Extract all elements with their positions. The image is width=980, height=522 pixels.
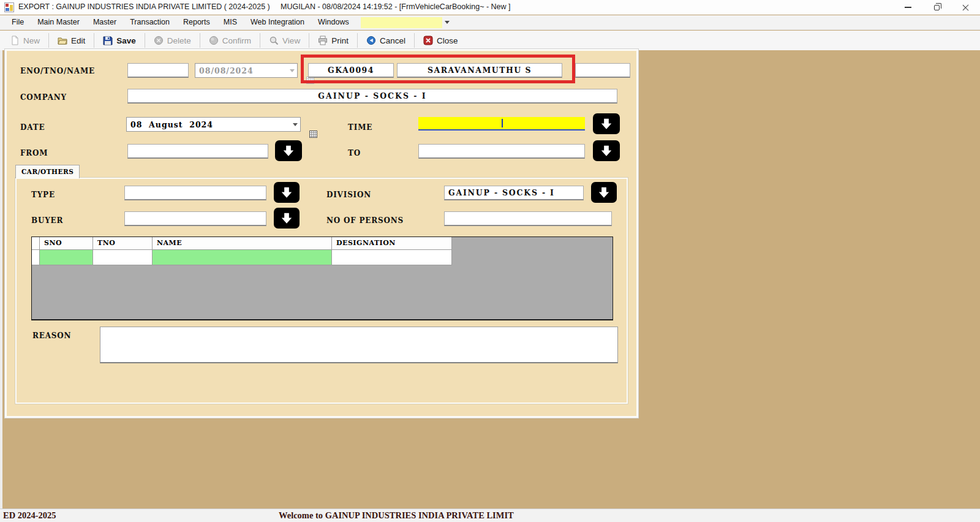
cell-designation[interactable] [332, 250, 452, 265]
to-input[interactable] [418, 144, 585, 159]
status-period: ED 2024-2025 [3, 510, 56, 521]
app-icon [4, 2, 14, 12]
tab-car-others[interactable]: CAR/OTHERS [15, 165, 80, 178]
down-arrow-icon [280, 211, 293, 225]
confirm-button[interactable]: Confirm [202, 32, 258, 48]
persons-input[interactable] [444, 211, 612, 226]
grid-header-designation[interactable]: DESIGNATION [332, 237, 452, 250]
from-dropdown-button[interactable] [275, 140, 302, 161]
window-controls [894, 0, 980, 15]
title-bar: EXPORT : GAINUP INDUSTRIES INDIA PRIVATE… [0, 0, 980, 15]
grid-header-tno[interactable]: TNO [93, 237, 153, 250]
edit-button[interactable]: Edit [50, 32, 92, 48]
application-window: EXPORT : GAINUP INDUSTRIES INDIA PRIVATE… [0, 0, 980, 522]
employee-name-input[interactable]: SARAVANAMUTHU S [397, 63, 562, 78]
down-arrow-icon [597, 186, 611, 199]
print-button[interactable]: Print [311, 32, 356, 48]
restore-button[interactable] [922, 0, 951, 15]
restore-icon [934, 5, 940, 10]
division-dropdown-button[interactable] [591, 182, 617, 203]
menu-mis[interactable]: MIS [217, 15, 244, 29]
down-arrow-icon [600, 117, 613, 130]
date-label: DATE [20, 123, 45, 132]
new-document-icon [10, 36, 20, 45]
eno-label: ENO/TNO/NAME [20, 67, 95, 75]
close-button[interactable] [951, 0, 980, 15]
dropdown-arrow-icon [290, 69, 295, 72]
employee-code-input[interactable]: GKA0094 [308, 63, 394, 78]
save-floppy-icon [103, 36, 113, 45]
toolbar: New Edit Save Delete Con [0, 31, 980, 50]
cell-tno[interactable] [93, 250, 153, 265]
from-input[interactable] [127, 144, 268, 159]
toolbar-separator [260, 33, 260, 48]
to-label: TO [348, 149, 361, 157]
edit-label: Edit [71, 36, 85, 45]
company-input[interactable]: GAINUP - SOCKS - I [127, 89, 617, 104]
menu-file[interactable]: File [5, 15, 31, 29]
confirm-label: Confirm [222, 36, 251, 45]
close-form-button[interactable]: Close [416, 32, 466, 48]
eno-date-picker[interactable]: 08/08/2024 [195, 63, 298, 78]
type-input[interactable] [124, 186, 266, 200]
view-magnifier-icon [269, 36, 279, 45]
menu-transaction[interactable]: Transaction [123, 15, 176, 29]
time-dropdown-button[interactable] [593, 113, 620, 134]
division-input[interactable]: GAINUP - SOCKS - I [444, 186, 584, 200]
delete-label: Delete [167, 36, 191, 45]
print-icon [318, 36, 328, 45]
down-arrow-icon [600, 144, 613, 157]
save-label: Save [116, 36, 136, 45]
cell-name[interactable] [153, 250, 332, 265]
grid-header-name[interactable]: NAME [153, 237, 332, 250]
cancel-label: Cancel [380, 36, 405, 45]
save-button[interactable]: Save [96, 32, 143, 48]
menu-main-master[interactable]: Main Master [31, 15, 86, 29]
time-input[interactable] [418, 117, 585, 130]
combo-dropdown-icon[interactable] [442, 17, 452, 28]
eno-date-text: 08/08/2024 [199, 66, 280, 75]
cell-sno[interactable] [40, 250, 93, 265]
text-cursor [502, 119, 503, 127]
eno-extra-input[interactable] [575, 63, 630, 78]
grid-corner [32, 237, 40, 250]
down-arrow-icon [280, 186, 293, 199]
type-dropdown-button[interactable] [274, 182, 300, 203]
to-dropdown-button[interactable] [593, 140, 620, 161]
menu-master[interactable]: Master [86, 15, 123, 29]
new-label: New [23, 36, 40, 45]
buyer-input[interactable] [124, 211, 266, 226]
menu-bar: File Main Master Master Transaction Repo… [0, 15, 980, 30]
company-label: COMPANY [20, 93, 67, 102]
delete-button[interactable]: Delete [146, 32, 198, 48]
grid-header-sno[interactable]: SNO [40, 237, 93, 250]
reason-input[interactable] [100, 327, 618, 363]
minimize-icon [905, 7, 911, 8]
calendar-icon [280, 67, 288, 75]
buyer-dropdown-button[interactable] [274, 208, 300, 229]
row-header[interactable] [32, 250, 40, 265]
toolbar-separator [357, 33, 358, 48]
minimize-button[interactable] [894, 0, 922, 15]
child-window-title: MUGILAN - 08/08/2024 14:19:52 - [FrmVehi… [281, 2, 511, 11]
view-button[interactable]: View [262, 32, 307, 48]
status-welcome: Welcome to GAINUP INDUSTRIES INDIA PRIVA… [279, 510, 514, 521]
buyer-label: BUYER [31, 216, 63, 225]
date-picker[interactable]: 08 August 2024 [126, 117, 301, 132]
new-button[interactable]: New [2, 32, 47, 48]
menu-reports[interactable]: Reports [176, 15, 217, 29]
menu-web-integration[interactable]: Web Integration [244, 15, 311, 29]
menu-windows[interactable]: Windows [311, 15, 356, 29]
time-label: TIME [348, 123, 372, 132]
status-bar: ED 2024-2025 Welcome to GAINUP INDUSTRIE… [0, 509, 980, 522]
cancel-button[interactable]: Cancel [359, 32, 413, 48]
delete-icon [154, 36, 164, 45]
close-icon [962, 4, 969, 11]
window-list-combo[interactable] [361, 17, 442, 28]
persons-label: NO OF PERSONS [326, 216, 404, 225]
dropdown-arrow-icon [293, 123, 298, 126]
toolbar-separator [200, 33, 200, 48]
toolbar-separator [309, 33, 309, 48]
eno-input[interactable] [127, 63, 189, 78]
down-arrow-icon [282, 144, 295, 157]
